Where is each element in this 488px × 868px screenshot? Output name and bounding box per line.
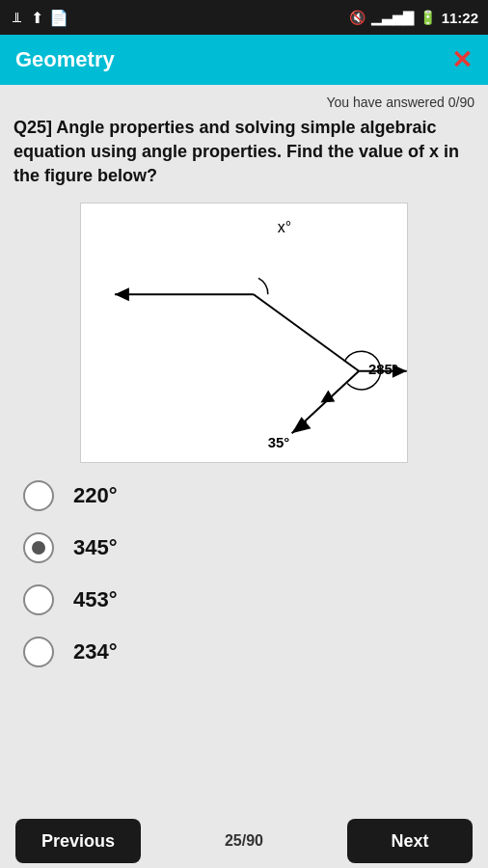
geometry-figure: x° 285° 35° <box>81 203 407 462</box>
progress-text: You have answered 0/90 <box>14 95 474 110</box>
radio-2[interactable] <box>23 532 54 563</box>
upload-icon: ⬆ <box>31 9 43 27</box>
next-button[interactable]: Next <box>347 819 473 863</box>
page-indicator: 25/90 <box>225 832 263 850</box>
close-button[interactable]: ✕ <box>451 45 473 75</box>
status-bar: ⫫ ⬆ 📄 🔇 ▁▃▅▇ 🔋 11:22 <box>0 0 488 35</box>
question-body: Angle properties and solving simple alge… <box>14 118 459 185</box>
option-row-3[interactable]: 453° <box>23 584 465 615</box>
mute-icon: 🔇 <box>349 10 366 25</box>
question-text: Q25] Angle properties and solving simple… <box>14 116 474 189</box>
status-right-icons: 🔇 ▁▃▅▇ 🔋 11:22 <box>349 10 478 26</box>
question-number: Q25] <box>14 118 52 137</box>
status-left-icons: ⫫ ⬆ 📄 <box>10 9 68 27</box>
angle-35-label: 35° <box>268 435 290 450</box>
svg-line-2 <box>254 294 359 370</box>
option-row-1[interactable]: 220° <box>23 480 465 511</box>
radio-1[interactable] <box>23 480 54 511</box>
option-row-4[interactable]: 234° <box>23 637 465 667</box>
usb-icon: ⫫ <box>10 9 25 26</box>
option-label-1: 220° <box>73 483 118 508</box>
option-label-3: 453° <box>73 587 118 612</box>
option-row-2[interactable]: 345° <box>23 532 465 563</box>
figure-box: x° 285° 35° <box>80 203 408 463</box>
signal-icon: ▁▃▅▇ <box>371 10 414 25</box>
x-label: x° <box>278 218 291 234</box>
main-content: You have answered 0/90 Q25] Angle proper… <box>0 85 488 698</box>
title-bar: Geometry ✕ <box>0 35 488 85</box>
previous-button[interactable]: Previous <box>15 819 141 863</box>
option-label-2: 345° <box>73 535 118 560</box>
radio-4[interactable] <box>23 637 54 667</box>
time-display: 11:22 <box>442 10 478 26</box>
svg-marker-1 <box>115 287 129 301</box>
bottom-nav-bar: Previous 25/90 Next <box>0 814 488 868</box>
app-title: Geometry <box>15 47 115 72</box>
option-label-4: 234° <box>73 639 118 665</box>
battery-icon: 🔋 <box>420 10 436 25</box>
answer-options: 220° 345° 453° 234° <box>14 480 474 667</box>
svg-marker-4 <box>393 364 407 377</box>
radio-3[interactable] <box>23 584 54 615</box>
document-icon: 📄 <box>49 9 68 27</box>
